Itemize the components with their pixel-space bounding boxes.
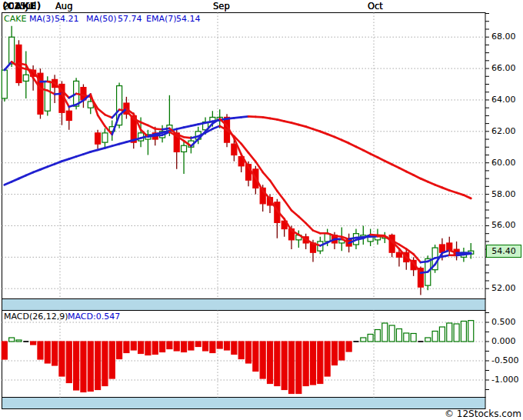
legend-ma3-value: 54.21 (55, 14, 79, 24)
stock-chart-page: { "title": "(CAKE)", "legend": { "symbol… (0, 0, 523, 420)
legend-ema7-value: 54.14 (176, 14, 201, 24)
price-axis-label: 60.00 (491, 158, 523, 168)
legend-ma50-label: MA(50) (86, 14, 117, 24)
month-label: Aug (55, 1, 72, 12)
macd-axis-label: -1.000 (491, 375, 523, 385)
price-axis-label: 56.00 (491, 220, 523, 230)
price-axis-label: 64.00 (491, 95, 523, 105)
price-axis-label: 68.00 (491, 32, 523, 42)
price-axis-label: 58.00 (491, 189, 523, 199)
last-price-badge: 54.40 (486, 245, 521, 258)
price-axis-label: 62.00 (491, 126, 523, 136)
legend-ma50-value: 57.74 (118, 14, 142, 24)
macd-indicator-label: MACD(26,12,9) (4, 312, 68, 322)
macd-value-label: MACD:0.547 (68, 312, 120, 322)
month-label: 2025Jul (3, 1, 36, 12)
macd-axis-label: -0.500 (491, 355, 523, 365)
month-label: Sep (213, 1, 230, 12)
copyright-text: © 12Stocks.com (445, 408, 521, 419)
price-axis-label: 66.00 (491, 63, 523, 73)
macd-axis-label: 0.500 (491, 317, 523, 327)
price-axis-label: 52.00 (491, 283, 523, 293)
candlestick-chart-canvas (0, 0, 523, 420)
legend-ma3-label: MA(3) (29, 14, 55, 24)
legend-symbol: CAKE (4, 14, 26, 24)
month-label: Oct (368, 1, 383, 12)
legend-ema7-label: EMA(7) (146, 14, 177, 24)
macd-axis-label: 0.000 (491, 336, 523, 346)
